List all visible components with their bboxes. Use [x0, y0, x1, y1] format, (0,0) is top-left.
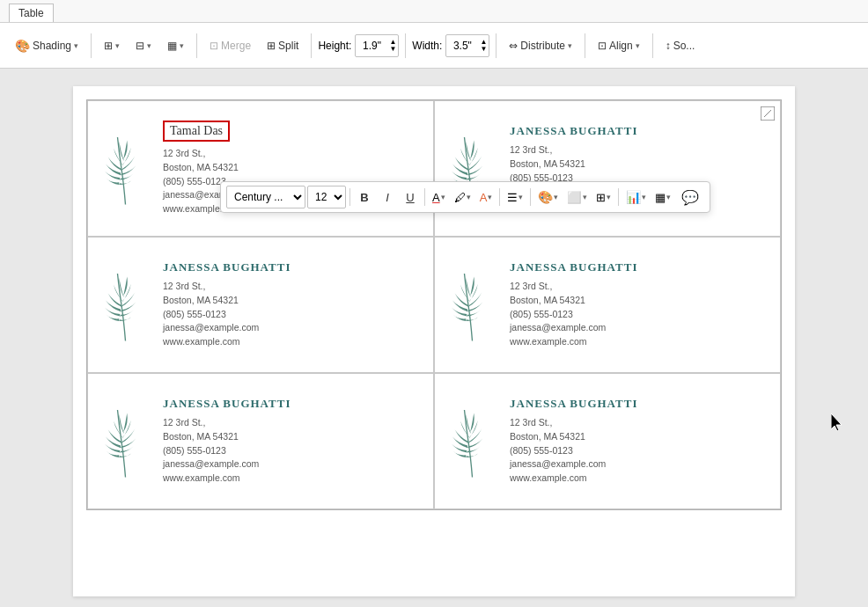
sort-label: So...: [673, 40, 695, 52]
svg-line-1: [764, 110, 771, 117]
border-button[interactable]: ⬜ ▾: [563, 186, 591, 208]
palm-leaf-icon: [101, 266, 150, 345]
resize-handle[interactable]: [761, 106, 775, 124]
mini-toolbar: Century ... 12 B I U A ▾ 🖊 ▾ A ▾: [220, 181, 710, 213]
height-down-button[interactable]: ▼: [387, 46, 398, 53]
align-chevron-icon: ▾: [636, 41, 640, 50]
document-area: Century ... 12 B I U A ▾ 🖊 ▾ A ▾: [0, 69, 868, 607]
mini-sep-1: [349, 188, 350, 206]
table-styles-icon: ▦: [655, 191, 666, 204]
list-button[interactable]: ☰ ▾: [504, 186, 526, 208]
style-icon: 📊: [626, 190, 641, 204]
mouse-cursor: [831, 413, 842, 431]
palm-leaf-icon: [448, 402, 497, 481]
table-mini-icon: ⊞: [596, 191, 606, 204]
separator-5: [496, 33, 497, 58]
chevron-icon-3: ▾: [180, 41, 184, 50]
style-chevron-icon: ▾: [642, 193, 646, 201]
table-tab[interactable]: Table: [9, 4, 54, 22]
width-label: Width:: [412, 40, 442, 52]
table-mini-chevron-icon: ▾: [607, 193, 611, 201]
palm-leaf-icon: [101, 129, 150, 208]
label-name: Tamal Das: [163, 121, 230, 142]
italic-button[interactable]: I: [377, 186, 398, 208]
tab-bar: Table: [0, 0, 868, 23]
sort-button[interactable]: ↕ So...: [659, 36, 702, 55]
text-effects-button[interactable]: A ▾: [476, 186, 497, 208]
table-grid-2-icon: ⊟: [136, 40, 144, 52]
label-cell[interactable]: Tamal Das12 3rd St.,Boston, MA 54321(805…: [87, 100, 434, 237]
table-grid-button-2[interactable]: ⊟ ▾: [129, 36, 158, 55]
label-cell[interactable]: JANESSA BUGHATTI12 3rd St.,Boston, MA 54…: [434, 100, 781, 237]
highlight-chevron-icon: ▾: [467, 193, 471, 201]
separator-3: [311, 33, 312, 58]
separator-4: [405, 33, 406, 58]
label-address: 12 3rd St.,Boston, MA 54321(805) 555-012…: [510, 280, 767, 349]
label-cell[interactable]: JANESSA BUGHATTI12 3rd St.,Boston, MA 54…: [87, 373, 434, 509]
separator-1: [91, 33, 92, 58]
shading-icon: 🎨: [15, 39, 30, 53]
align-label: Align: [609, 40, 633, 52]
bold-button[interactable]: B: [354, 186, 375, 208]
label-address: 12 3rd St.,Boston, MA 54321(805) 555-012…: [163, 416, 420, 486]
highlight-icon: 🖊: [454, 191, 466, 204]
distribute-button[interactable]: ⇔ Distribute ▾: [503, 36, 578, 55]
color-circle-button[interactable]: 🎨 ▾: [534, 186, 562, 208]
table-grid-button-1[interactable]: ⊞ ▾: [98, 36, 126, 55]
align-icon: ⊡: [598, 40, 607, 52]
palm-leaf-icon: [101, 402, 150, 481]
comment-button[interactable]: 💬: [676, 186, 704, 208]
align-button[interactable]: ⊡ Align ▾: [592, 36, 646, 55]
font-color-chevron-icon: ▾: [441, 193, 445, 201]
label-name: JANESSA BUGHATTI: [510, 124, 767, 138]
border-chevron-icon: ▾: [583, 193, 587, 201]
sort-icon: ↕: [666, 40, 671, 52]
chevron-icon-2: ▾: [147, 41, 151, 50]
label-address: 12 3rd St.,Boston, MA 54321(805) 555-012…: [163, 280, 420, 349]
label-cell[interactable]: JANESSA BUGHATTI12 3rd St.,Boston, MA 54…: [87, 237, 434, 373]
palm-leaf-icon: [448, 266, 497, 345]
label-name: JANESSA BUGHATTI: [510, 397, 767, 411]
highlight-button[interactable]: 🖊 ▾: [451, 186, 474, 208]
label-content: JANESSA BUGHATTI12 3rd St.,Boston, MA 54…: [510, 260, 767, 349]
font-size-select[interactable]: 12: [307, 186, 346, 208]
mini-sep-2: [424, 188, 425, 206]
label-content: JANESSA BUGHATTI12 3rd St.,Boston, MA 54…: [510, 397, 767, 486]
distribute-icon: ⇔: [509, 40, 518, 52]
font-name-select[interactable]: Century ...: [226, 186, 305, 208]
label-grid: Tamal Das12 3rd St.,Boston, MA 54321(805…: [86, 99, 782, 510]
label-content: JANESSA BUGHATTI12 3rd St.,Boston, MA 54…: [163, 260, 420, 349]
mini-sep-5: [618, 188, 619, 206]
table-style-icon: ▦: [167, 40, 177, 52]
comment-icon: 💬: [681, 190, 699, 205]
table-mini-button[interactable]: ⊞ ▾: [592, 186, 614, 208]
text-effects-icon: A: [480, 191, 488, 204]
merge-button[interactable]: ⊡ Merge: [203, 36, 257, 55]
border-icon: ⬜: [567, 191, 582, 204]
height-input[interactable]: [356, 40, 387, 52]
merge-label: Merge: [221, 40, 251, 52]
label-cell[interactable]: JANESSA BUGHATTI12 3rd St.,Boston, MA 54…: [434, 237, 781, 373]
font-color-button[interactable]: A ▾: [429, 186, 449, 208]
color-circle-icon: 🎨: [538, 190, 553, 204]
label-name: JANESSA BUGHATTI: [510, 260, 767, 274]
shading-button[interactable]: 🎨 Shading ▾: [9, 35, 85, 56]
label-name: JANESSA BUGHATTI: [163, 260, 420, 274]
merge-icon: ⊡: [210, 40, 218, 52]
label-name: JANESSA BUGHATTI: [163, 397, 420, 411]
width-input[interactable]: [446, 40, 478, 52]
split-icon: ⊞: [267, 40, 276, 52]
width-down-button[interactable]: ▼: [478, 46, 489, 53]
table-styles-button[interactable]: ▦ ▾: [651, 186, 674, 208]
document-page: Tamal Das12 3rd St.,Boston, MA 54321(805…: [73, 86, 795, 596]
table-style-button[interactable]: ▦ ▾: [161, 36, 190, 55]
text-effects-chevron-icon: ▾: [488, 193, 492, 201]
split-button[interactable]: ⊞ Split: [261, 36, 305, 55]
separator-7: [652, 33, 653, 58]
underline-button[interactable]: U: [400, 186, 421, 208]
height-label: Height:: [318, 40, 351, 52]
distribute-label: Distribute: [520, 40, 565, 52]
label-cell[interactable]: JANESSA BUGHATTI12 3rd St.,Boston, MA 54…: [434, 373, 781, 509]
style-button[interactable]: 📊 ▾: [622, 186, 650, 208]
shading-chevron-icon: ▾: [74, 41, 78, 50]
